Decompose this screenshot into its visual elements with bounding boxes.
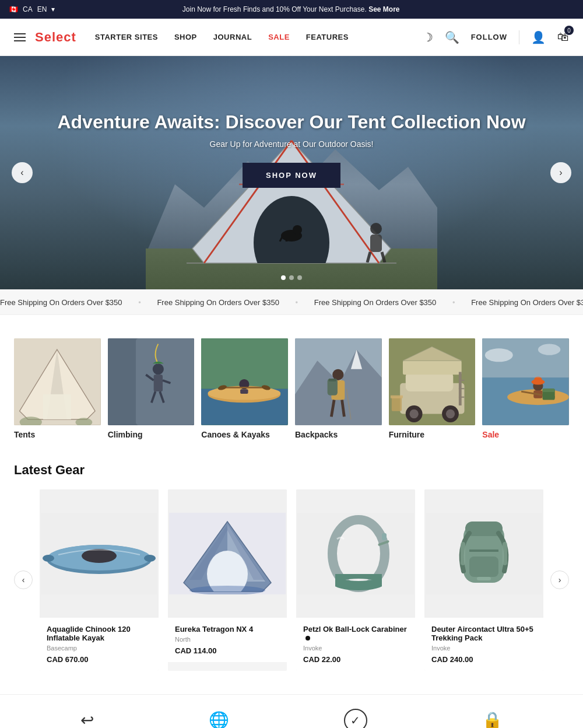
category-climbing[interactable]: Climbing [108, 338, 195, 439]
hero-title: Adventure Awaits: Discover Our Tent Coll… [57, 111, 525, 133]
product-brand-kayak: Basecamp [47, 645, 152, 652]
product-name-backpack: Deuter Aircontact Ultra 50+5 Trekking Pa… [431, 625, 536, 642]
ticker-message-4: Free Shipping On Orders Over $350 [471, 298, 583, 307]
hamburger-menu[interactable] [14, 33, 26, 41]
svg-point-59 [445, 410, 454, 418]
hero-subtitle: Gear Up for Adventure at Our Outdoor Oas… [57, 139, 525, 149]
svg-rect-103 [477, 577, 491, 580]
product-info-tent: Eureka Tetragon NX 4 North CAD 114.00 [168, 618, 287, 662]
hero-dot-1[interactable] [281, 275, 286, 280]
hero-section: Adventure Awaits: Discover Our Tent Coll… [0, 56, 583, 289]
category-tents-label: Tents [14, 430, 101, 439]
category-backpacks-label: Backpacks [295, 430, 382, 439]
user-account-icon[interactable]: 👤 [531, 30, 546, 44]
products-carousel: ‹ [14, 489, 569, 671]
svg-rect-75 [543, 388, 555, 392]
product-image-backpack [424, 489, 543, 618]
nav-journal[interactable]: JOURNAL [213, 33, 252, 41]
carousel-next-arrow[interactable]: › [550, 570, 569, 589]
back-icon[interactable]: ↩ [80, 710, 94, 728]
top-bar: 🇨🇦 CA EN ▾ Join Now for Fresh Finds and … [0, 0, 583, 19]
latest-gear-title: Latest Gear [14, 463, 569, 478]
product-card-tent[interactable]: Eureka Tetragon NX 4 North CAD 114.00 [168, 489, 287, 671]
category-tents[interactable]: Tents [14, 338, 101, 439]
header-icons: ☽ 🔍 FOLLOW 👤 🛍 0 [423, 30, 569, 44]
categories-section: Tents [0, 315, 583, 451]
shipping-ticker: Free Shipping On Orders Over $350 • Free… [0, 289, 583, 315]
see-more-link[interactable]: See More [368, 5, 399, 13]
color-swatch [305, 636, 310, 640]
hero-next-arrow[interactable]: › [550, 162, 571, 183]
site-header: Select STARTER SITES SHOP JOURNAL SALE F… [0, 19, 583, 56]
svg-rect-19 [43, 394, 71, 419]
language-label: EN [37, 5, 47, 13]
product-card-kayak[interactable]: Aquaglide Chinook 120 Inflatable Kayak B… [40, 489, 159, 671]
category-furniture[interactable]: Furniture [389, 338, 476, 439]
product-name-kayak: Aquaglide Chinook 120 Inflatable Kayak [47, 625, 152, 642]
ticker-message-2: Free Shipping On Orders Over $350 [157, 298, 279, 307]
product-info-backpack: Deuter Aircontact Ultra 50+5 Trekking Pa… [424, 618, 543, 671]
hero-dot-2[interactable] [289, 275, 294, 280]
shop-now-button[interactable]: SHOP NOW [243, 163, 340, 188]
nav-starter-sites[interactable]: STARTER SITES [95, 33, 158, 41]
product-info-carabiner: Petzl Ok Ball-Lock Carabiner Invoke CAD … [296, 618, 415, 671]
search-icon[interactable]: 🔍 [445, 30, 459, 44]
shield-check-icon[interactable]: ✓ [344, 709, 367, 728]
category-canoes-image [201, 338, 288, 425]
site-footer: ↩ 🌐 ✓ 🔒 [0, 694, 583, 728]
svg-rect-96 [382, 533, 387, 540]
svg-point-77 [485, 348, 513, 362]
ticker-text: Free Shipping On Orders Over $350 • Free… [0, 298, 583, 307]
svg-rect-47 [329, 379, 336, 382]
svg-line-15 [382, 252, 385, 262]
cart-icon-wrapper[interactable]: 🛍 0 [557, 30, 569, 44]
cart-count: 0 [564, 26, 574, 35]
category-sale-label: Sale [482, 430, 569, 439]
svg-rect-53 [405, 372, 453, 392]
arrow-left-icon: ‹ [22, 575, 25, 584]
product-info-kayak: Aquaglide Chinook 120 Inflatable Kayak B… [40, 618, 159, 671]
category-sale[interactable]: Sale [482, 338, 569, 439]
category-canoes[interactable]: Canoes & Kayaks [201, 338, 288, 439]
lock-icon[interactable]: 🔒 [482, 710, 503, 728]
hero-prev-arrow[interactable]: ‹ [12, 162, 33, 183]
svg-rect-13 [370, 235, 382, 252]
svg-rect-105 [503, 542, 507, 565]
divider [519, 30, 519, 44]
carousel-prev-arrow[interactable]: ‹ [14, 570, 33, 589]
region-label: CA [23, 5, 33, 13]
svg-rect-26 [153, 374, 162, 391]
product-image-tent [168, 489, 287, 618]
region-selector[interactable]: 🇨🇦 CA EN ▾ [9, 5, 55, 13]
product-brand-backpack: Invoke [431, 645, 536, 652]
ticker-message-1: Free Shipping On Orders Over $350 [0, 298, 122, 307]
category-sale-image [482, 338, 569, 425]
follow-button[interactable]: FOLLOW [471, 33, 507, 41]
svg-point-78 [538, 344, 560, 355]
category-backpacks[interactable]: Backpacks [295, 338, 382, 439]
svg-line-14 [367, 252, 370, 262]
nav-features[interactable]: FEATURES [306, 33, 349, 41]
product-price-tent: CAD 114.00 [175, 646, 280, 655]
product-card-carabiner[interactable]: Petzl Ok Ball-Lock Carabiner Invoke CAD … [296, 489, 415, 671]
nav-shop[interactable]: SHOP [174, 33, 197, 41]
product-price-carabiner: CAD 22.00 [303, 655, 408, 664]
announcement-text: Join Now for Fresh Finds and 10% Off You… [182, 5, 367, 13]
product-name-carabiner: Petzl Ok Ball-Lock Carabiner [303, 625, 408, 642]
globe-icon[interactable]: 🌐 [209, 710, 229, 728]
category-canoes-label: Canoes & Kayaks [201, 430, 288, 439]
arrow-right-icon: › [559, 575, 561, 584]
nav-sale[interactable]: SALE [268, 33, 290, 41]
product-image-kayak [40, 489, 159, 618]
svg-rect-65 [391, 396, 403, 398]
dark-mode-icon[interactable]: ☽ [423, 30, 433, 44]
ticker-message-3: Free Shipping On Orders Over $350 [314, 298, 437, 307]
arrow-right-icon: › [559, 167, 562, 178]
product-brand-carabiner: Invoke [303, 645, 408, 652]
site-logo[interactable]: Select [35, 30, 76, 45]
category-backpacks-image [295, 338, 382, 425]
hero-content: Adventure Awaits: Discover Our Tent Coll… [45, 111, 537, 187]
svg-point-25 [152, 363, 163, 374]
hero-dot-3[interactable] [297, 275, 302, 280]
product-card-backpack[interactable]: Deuter Aircontact Ultra 50+5 Trekking Pa… [424, 489, 543, 671]
